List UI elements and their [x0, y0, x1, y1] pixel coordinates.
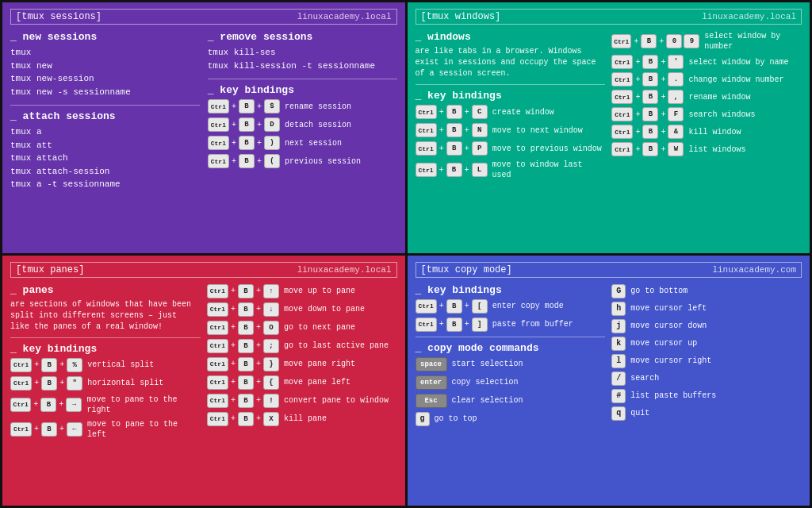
copy-cmd-desc: copy selection — [452, 378, 519, 387]
panes-kb-title: _ key bindings — [10, 343, 201, 355]
kb-desc: kill window — [688, 127, 741, 137]
kb-row-list-windows: Ctrl + B + W list windows — [611, 142, 802, 156]
kb-row-create-window: Ctrl + B + C create window — [416, 105, 606, 119]
list-item: tmux new-session — [10, 72, 200, 86]
rbrace-key: } — [263, 357, 279, 371]
kb-row-search-windows: Ctrl + B + F search windows — [611, 107, 802, 121]
nav-desc: search — [630, 374, 659, 383]
panes-host: linuxacademy.local — [297, 265, 392, 275]
kb-desc: move to pane to the left — [87, 419, 201, 440]
kb-row-convert-pane: Ctrl + B + ! convert pane to window — [207, 394, 397, 408]
nav-desc: move cursor right — [630, 356, 711, 365]
copy-title: [tmux copy mode] — [421, 264, 512, 275]
windows-right: Ctrl + B + 0 9 select window by number C… — [611, 31, 802, 245]
b-key: B — [642, 107, 658, 121]
kb-row-last-window: Ctrl + B + L move to window last used — [416, 160, 606, 180]
b-key: B — [238, 284, 254, 298]
percent-key: % — [67, 358, 82, 372]
b-key: B — [41, 376, 57, 391]
g-key: g — [416, 412, 430, 426]
kb-row-pane-left: Ctrl + B + ← move to pane to the left — [10, 419, 201, 440]
dquote-key: " — [67, 376, 82, 391]
sessions-inner: _ new sessions tmux tmux new tmux new-se… — [10, 31, 397, 245]
kb-row-select-by-name: Ctrl + B + ' select window by name — [611, 55, 802, 69]
copy-host: linuxacademy.com — [712, 265, 796, 275]
arrow-right-key: → — [66, 398, 82, 412]
kb-row-detach-session: Ctrl + B + D detach session — [208, 117, 397, 132]
d-key: D — [264, 117, 280, 132]
ctrl-key: Ctrl — [207, 284, 228, 298]
nav-cmd-G: G go to bottom — [611, 284, 802, 298]
kb-desc: select window by name — [688, 57, 788, 67]
b-key: B — [446, 318, 462, 332]
remove-sessions-title: _ remove sessions — [208, 31, 397, 43]
kb-desc: create window — [492, 107, 554, 117]
w-key: W — [668, 142, 684, 156]
kb-row-pane-up: Ctrl + B + ↑ move up to pane — [207, 284, 397, 298]
attach-sessions-list: tmux a tmux att tmux attach tmux attach-… — [10, 125, 200, 191]
copy-cmd-g: g go to top — [416, 412, 606, 426]
nav-desc: move cursor left — [630, 304, 707, 313]
arrow-up-key: ↑ — [263, 284, 279, 298]
kb-desc: next session — [285, 138, 342, 148]
b-key: B — [239, 117, 255, 132]
ctrl-key: Ctrl — [207, 339, 228, 353]
hash-key: # — [611, 389, 626, 403]
copy-kb-title: _ key bindings — [416, 284, 606, 296]
copy-cmd-desc: clear selection — [452, 396, 523, 405]
copy-cmd-esc: Esc clear selection — [416, 394, 606, 408]
ctrl-key: Ctrl — [10, 358, 32, 372]
dollar-key: $ — [264, 99, 280, 114]
nav-cmd-slash: / search — [611, 371, 802, 386]
kb-row-vsplit: Ctrl + B + % vertical split — [10, 358, 201, 372]
ctrl-key: Ctrl — [10, 376, 32, 391]
l-key: l — [611, 354, 626, 368]
nav-cmd-j: j move cursor down — [611, 319, 802, 333]
c-key: C — [472, 105, 488, 119]
kb-desc: select window by number — [704, 31, 802, 52]
kb-desc: go to last active pane — [284, 341, 389, 351]
sessions-kb-title: _ key bindings — [208, 84, 397, 96]
ctrl-key: Ctrl — [611, 55, 633, 69]
h-key: h — [611, 302, 626, 316]
zero-key: 0 — [666, 34, 682, 48]
windows-inner: _ windows are like tabs in a browser. Wi… — [416, 31, 802, 245]
list-item: tmux — [10, 46, 200, 60]
list-item: tmux a — [10, 125, 200, 139]
nav-desc: move cursor up — [630, 339, 697, 348]
b-key: B — [238, 412, 254, 426]
kb-row-next-session: Ctrl + B + ) next session — [208, 136, 397, 150]
kb-desc: move pane right — [284, 359, 355, 369]
b-key: B — [41, 422, 57, 437]
nine-key: 9 — [684, 34, 699, 48]
windows-left: _ windows are like tabs in a browser. Wi… — [416, 31, 606, 245]
kb-desc: detach session — [285, 120, 351, 130]
ctrl-key: Ctrl — [611, 125, 633, 139]
q-key: q — [611, 406, 626, 421]
panes-right: Ctrl + B + ↑ move up to pane Ctrl + B + … — [207, 284, 397, 498]
windows-desc: are like tabs in a browser. Windows exis… — [416, 46, 606, 79]
b-key: B — [238, 357, 254, 371]
b-key: B — [239, 136, 255, 150]
b-key: B — [446, 141, 462, 156]
ctrl-key: Ctrl — [208, 154, 229, 168]
copy-cmd-enter: enter copy selection — [416, 375, 606, 390]
kb-desc: kill pane — [284, 414, 327, 424]
comma-key: , — [668, 90, 684, 104]
kb-desc: convert pane to window — [284, 395, 389, 406]
kb-desc: list windows — [688, 144, 745, 155]
o-key: O — [263, 321, 279, 335]
sessions-title: [tmux sessions] — [16, 11, 102, 22]
kb-row-pane-down: Ctrl + B + ↓ move down to pane — [207, 302, 397, 317]
b-key: B — [239, 99, 255, 114]
kb-desc: enter copy mode — [492, 301, 564, 311]
windows-kb-title: _ key bindings — [416, 90, 606, 102]
b-key: B — [641, 34, 657, 48]
kb-desc: vertical split — [87, 360, 154, 370]
nav-cmd-l: l move cursor right — [611, 354, 802, 368]
copy-panel: [tmux copy mode] linuxacademy.com _ key … — [408, 256, 810, 506]
new-sessions-title: _ new sessions — [10, 31, 200, 43]
b-key: B — [446, 105, 462, 119]
sessions-panel: [tmux sessions] linuxacademy.local _ new… — [2, 2, 405, 253]
copy-mode-title: _ copy mode commands — [416, 342, 606, 354]
